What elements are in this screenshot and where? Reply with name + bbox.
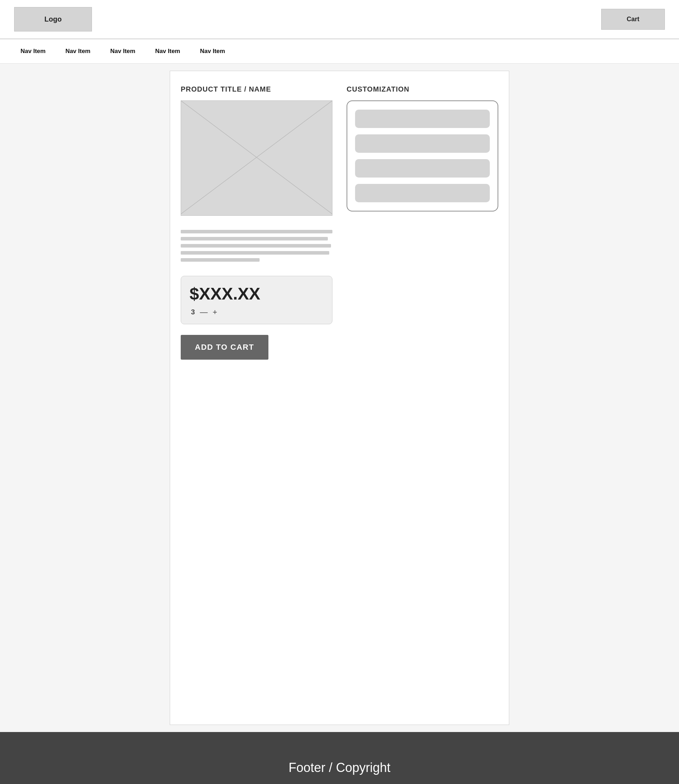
- product-description: [181, 230, 332, 262]
- header: Logo Cart: [0, 0, 679, 39]
- nav-item-1[interactable]: Nav Item: [11, 45, 56, 58]
- product-page: PRODUCT TITLE / NAME: [170, 71, 509, 725]
- product-title: PRODUCT TITLE / NAME: [181, 85, 332, 93]
- product-right-column: CUSTOMIZATION: [347, 85, 498, 360]
- nav-item-2[interactable]: Nav Item: [56, 45, 100, 58]
- price: $XXX.XX: [189, 284, 324, 304]
- customization-title: CUSTOMIZATION: [347, 85, 498, 93]
- customization-option-1[interactable]: [355, 110, 490, 128]
- quantity-decrease-button[interactable]: —: [200, 308, 208, 317]
- footer-text: Footer / Copyright: [289, 760, 390, 775]
- customization-options-box: [347, 100, 498, 211]
- nav-item-3[interactable]: Nav Item: [100, 45, 146, 58]
- quantity-increase-button[interactable]: +: [213, 308, 217, 317]
- desc-line-5: [181, 258, 260, 262]
- price-quantity-box: $XXX.XX 3 — +: [181, 276, 332, 324]
- navigation: Nav Item Nav Item Nav Item Nav Item Nav …: [0, 39, 679, 64]
- svg-rect-0: [181, 101, 332, 214]
- product-image: [181, 100, 332, 216]
- quantity-row: 3 — +: [189, 308, 324, 317]
- nav-item-5[interactable]: Nav Item: [190, 45, 235, 58]
- desc-line-1: [181, 230, 332, 233]
- svg-line-1: [181, 101, 332, 214]
- desc-line-4: [181, 251, 329, 255]
- add-to-cart-button[interactable]: ADD TO CART: [181, 335, 268, 360]
- svg-line-2: [181, 101, 332, 214]
- customization-option-2[interactable]: [355, 135, 490, 153]
- footer: Footer / Copyright: [0, 732, 679, 784]
- logo: Logo: [14, 7, 92, 31]
- desc-line-3: [181, 244, 331, 247]
- desc-line-2: [181, 237, 328, 241]
- product-left-column: PRODUCT TITLE / NAME: [181, 85, 332, 360]
- nav-item-4[interactable]: Nav Item: [146, 45, 190, 58]
- quantity-value: 3: [191, 308, 195, 316]
- customization-option-3[interactable]: [355, 159, 490, 177]
- customization-option-4[interactable]: [355, 184, 490, 202]
- cart-button[interactable]: Cart: [601, 9, 665, 30]
